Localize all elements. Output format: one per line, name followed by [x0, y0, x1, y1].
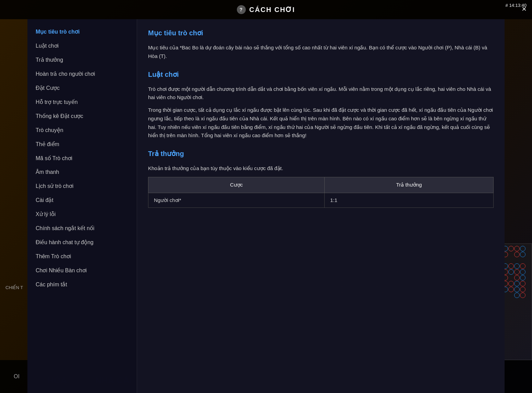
sidebar-item-am-thanh[interactable]: Âm thanh — [27, 165, 137, 179]
payout-table: Cược Trả thưởng Người chơi*1:1 — [148, 177, 494, 208]
sidebar-item-cai-dat[interactable]: Cài đặt — [27, 193, 137, 207]
modal-title-container: ? CÁCH CHƠI — [237, 5, 295, 14]
sidebar-item-tra-thuong[interactable]: Trả thưởng — [27, 53, 137, 67]
sidebar-item-choi-nhieu[interactable]: Chơi Nhiều Bàn chơi — [27, 263, 137, 277]
section-title-tra-thuong: Trả thưởng — [148, 148, 494, 159]
sidebar-item-chinh-sach[interactable]: Chính sách ngắt kết nối — [27, 221, 137, 235]
sidebar-item-dat-cuoc[interactable]: Đặt Cược — [27, 81, 137, 95]
section-body-muc-tieu: Mục tiêu của *Bac Bo là dự đoán cây bài … — [148, 44, 494, 61]
sidebar-item-luat-choi[interactable]: Luật chơi — [27, 39, 137, 53]
sidebar-item-muc-tieu[interactable]: Mục tiêu trò chơi — [27, 25, 137, 39]
sidebar-item-phim-tat[interactable]: Các phím tắt — [27, 277, 137, 291]
content-panel: Mục tiêu trò chơi Mục tiêu của *Bac Bo l… — [137, 19, 505, 393]
table-cell-tra-thuong: 1:1 — [325, 193, 494, 208]
modal-container: Mục tiêu trò chơiLuật chơiTrả thưởngHoàn… — [27, 19, 505, 393]
section-title-muc-tieu: Mục tiêu trò chơi — [148, 27, 494, 39]
sidebar-item-the-diem[interactable]: Thẻ điểm — [27, 137, 137, 151]
tra-thuong-para-1: Khoản trả thưởng của bạn tùy thuộc vào k… — [148, 164, 494, 173]
section-body-tra-thuong: Khoản trả thưởng của bạn tùy thuộc vào k… — [148, 164, 494, 208]
muc-tieu-para-1: Mục tiêu của *Bac Bo là dự đoán cây bài … — [148, 44, 494, 61]
sidebar-item-thong-ke[interactable]: Thống kê Đặt cược — [27, 109, 137, 123]
help-icon: ? — [237, 5, 246, 14]
chien-thang-label: CHIẾN T — [5, 285, 23, 290]
sidebar-item-tro-chuyen[interactable]: Trò chuyện — [27, 123, 137, 137]
sidebar-item-ma-so[interactable]: Mã số Trò chơi — [27, 151, 137, 165]
sidebar-item-lich-su[interactable]: Lịch sử trò chơi — [27, 179, 137, 193]
close-button[interactable]: × — [522, 5, 527, 13]
modal-title: CÁCH CHƠI — [249, 5, 295, 14]
table-header-cuoc: Cược — [148, 177, 325, 193]
table-header-tra-thuong: Trả thưởng — [325, 177, 494, 193]
section-body-luat-choi: Trò chơi được một người dẫn chương trình… — [148, 85, 494, 140]
sidebar-item-xu-ly-loi[interactable]: Xử lý lỗi — [27, 207, 137, 221]
sidebar-item-ho-tro[interactable]: Hỗ trợ trực tuyến — [27, 95, 137, 109]
luat-choi-para-1: Trò chơi được một người dẫn chương trình… — [148, 85, 494, 102]
table-row: Người chơi*1:1 — [148, 193, 494, 208]
modal-header: # 14:13:40 ? CÁCH CHƠI × — [0, 0, 532, 19]
luat-choi-para-2: Trong thời gian cược, tất cả dụng cụ lắc… — [148, 106, 494, 140]
sidebar-item-hoan-tra[interactable]: Hoàn trả cho người chơi — [27, 67, 137, 81]
table-cell-cuoc: Người chơi* — [148, 193, 325, 208]
sidebar-item-them-tro-choi[interactable]: Thêm Trò chơi — [27, 249, 137, 263]
section-title-luat-choi: Luật chơi — [148, 69, 494, 80]
sidebar-item-dieu-hanh[interactable]: Điều hành chat tự động — [27, 235, 137, 249]
sidebar: Mục tiêu trò chơiLuật chơiTrả thưởngHoàn… — [27, 19, 137, 393]
